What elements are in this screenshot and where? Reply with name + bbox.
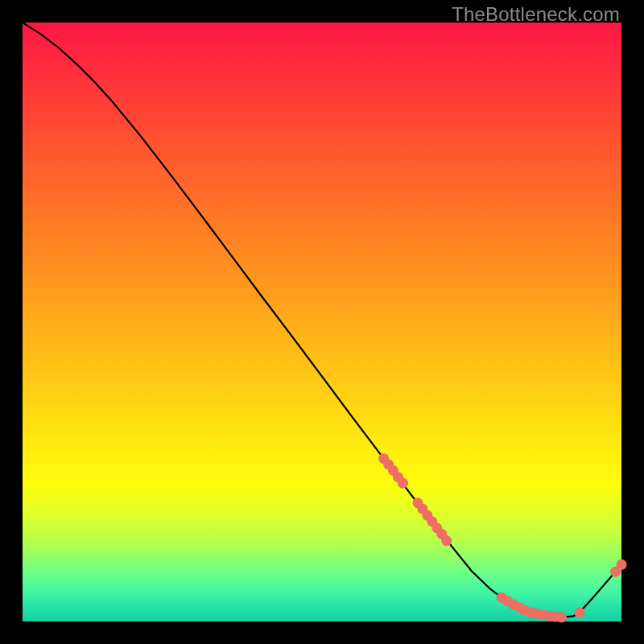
watermark-text: TheBottleneck.com [452, 3, 620, 26]
curve-marker [574, 607, 584, 617]
plot-overlay [23, 23, 621, 621]
curve-marker [398, 478, 408, 489]
curve-marker [441, 535, 452, 546]
curve-marker [556, 612, 567, 622]
chart-stage: TheBottleneck.com [0, 0, 644, 644]
curve-markers [378, 453, 626, 622]
bottleneck-curve [23, 23, 621, 617]
curve-marker [617, 559, 627, 570]
